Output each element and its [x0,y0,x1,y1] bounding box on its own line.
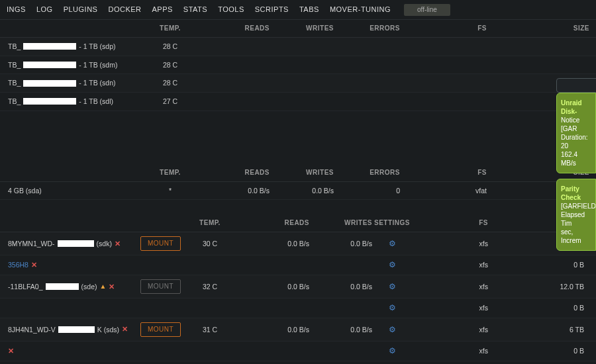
nav-item[interactable]: PLUGINS [64,5,98,15]
share-settings-icon[interactable]: ⚙ [389,282,396,291]
remove-icon[interactable]: ✕ [122,324,128,334]
section1-header: TEMP. READS WRITES ERRORS FS SIZE [0,20,596,38]
share-settings-icon[interactable]: ⚙ [389,303,396,312]
share-settings-icon[interactable]: ⚙ [389,239,396,248]
nav-item[interactable]: SCRIPTS [255,5,289,15]
col-size: SIZE [487,24,589,33]
share-settings-icon[interactable]: ⚙ [389,346,396,355]
device-label: 8JH4N1_WD-VK (sds) ✕ [8,324,140,334]
device-label: 8MYMN1_WD- (sdk) ✕ [8,239,140,249]
table-row: TB_ - 1 TB (sdm)28 C [0,56,596,75]
section2-header: TEMP. READS WRITES ERRORS FS SIZE [0,164,596,182]
mount-button[interactable]: MOUNT [140,279,181,294]
section3-header: TEMP. READS WRITES SETTINGS FS SIZE [0,214,596,232]
search-input[interactable] [556,78,596,93]
remove-icon[interactable]: ✕ [8,346,14,356]
share-settings-icon[interactable]: ⚙ [389,325,396,334]
device-label: TB_ - 1 TB (sdp) [8,42,140,52]
disks-link[interactable]: DISKS [0,200,596,214]
mount-button[interactable]: MOUNT [140,322,181,337]
table-row: ⚙xfs0 B [0,298,596,318]
table-row: -11BLFA0_ (sde) ▲ ✕MOUNT32 C0.0 B/s0.0 B… [0,275,596,298]
share-settings-icon[interactable]: ⚙ [389,260,396,269]
nav-item[interactable]: APPS [152,5,173,15]
table-row: ✕⚙xfs0 B [0,341,596,361]
table-row: 4 GB (sda) * 0.0 B/s 0.0 B/s 0 vfat 15.4… [0,182,596,201]
table-row: 8MYMN1_WD- (sdk) ✕MOUNT30 C0.0 B/s0.0 B/… [0,232,596,255]
col-errors: ERRORS [334,24,400,33]
device-label: TB_ - 1 TB (sdm) [8,60,140,70]
nav-item[interactable]: TABS [299,5,319,15]
col-temp: TEMP. [140,24,200,33]
device-label: TB_ - 1 TB (sdl) [8,97,140,107]
notification-card[interactable]: Parity Check [GARFIELD] Elapsed Tim sec,… [556,179,596,251]
table-row: TB_ - 1 TB (sdn)28 C [0,74,596,93]
notifications: Unraid Disk- Notice [GAR Duration: 20 16… [556,93,596,251]
notification-card[interactable]: Unraid Disk- Notice [GAR Duration: 20 16… [556,93,596,173]
device-label: 356H8 ✕ [8,260,140,270]
col-reads: READS [200,24,270,33]
device-label: -11BLFA0_ (sde) ▲ ✕ [8,282,140,292]
table-row: TB_ - 1 TB (sdl)27 C [0,93,596,111]
nav-item[interactable]: STATS [183,5,207,15]
nav-item[interactable]: TOOLS [218,5,244,15]
table-row: TB_ - 1 TB (sdp)28 C [0,38,596,56]
status-badge: off-line [404,4,450,16]
remove-icon[interactable]: ✕ [31,260,37,270]
table-row: 356H8 ✕⚙xfs0 B [0,255,596,275]
col-fs: FS [400,24,487,33]
partition-link[interactable]: 356H8 [8,260,28,270]
device-label: ✕ [8,346,140,356]
col-writes: WRITES [270,24,334,33]
remove-icon[interactable]: ✕ [109,282,115,292]
nav-item[interactable]: DOCKER [108,5,141,15]
table-row: 8JH4N1_WD-VK (sds) ✕MOUNT31 C0.0 B/s0.0 … [0,318,596,341]
mount-button[interactable]: MOUNT [140,236,181,251]
nav-item[interactable]: LOG [36,5,53,15]
device-label: TB_ - 1 TB (sdn) [8,78,140,88]
nav-item[interactable]: INGS [7,5,26,15]
warning-icon[interactable]: ▲ [99,282,106,291]
remove-icon[interactable]: ✕ [115,239,121,249]
nav-item[interactable]: MOVER-TUNING [330,5,391,15]
top-nav: INGS LOG PLUGINS DOCKER APPS STATS TOOLS… [0,0,596,20]
device-label: 4 GB (sda) [8,186,140,196]
